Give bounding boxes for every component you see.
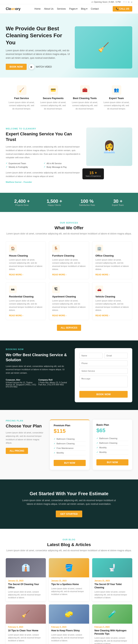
services-title: What We Offer — [6, 226, 132, 230]
office-cleaning-icon: 🏢 — [95, 244, 103, 252]
form-email-field — [105, 353, 128, 358]
feature-4-desc: Lorem ipsum dolor sit amet, consect adip… — [103, 101, 130, 110]
vehicle-cleaning-desc: Lorem ipsum dolor sit amet, consect adip… — [95, 299, 129, 312]
blog-label: Our Blog — [6, 538, 132, 541]
stat-satisfaction-label: Satisfaction Rate — [79, 204, 95, 206]
blog-content-1: January 21, 2023 The Secret Of Cleaning … — [6, 577, 46, 601]
stat-projects-number: 2,400 + — [14, 198, 30, 204]
feature-1-desc: Lorem ipsum dolor sit amet, consect adip… — [8, 101, 35, 110]
residential-cleaning-read-more[interactable]: READ MORE › — [9, 314, 23, 316]
stats-bar: 2,400 + Projects Done 1,500 + Happy Clie… — [0, 193, 138, 212]
blog-title-2: Tips for a Spotless Home — [51, 583, 87, 586]
about-label: Welcome To Cleanory — [6, 128, 81, 130]
feature-2-desc: Lorem ipsum dolor sit amet, consect adip… — [40, 101, 67, 110]
hero-text: We Provide Our Best Cleaning Services Fo… — [6, 25, 71, 70]
premium-buy-button[interactable]: BUY NOW — [54, 460, 86, 466]
blog-img-6: 🧪 — [92, 604, 132, 624]
nav-blog[interactable]: Blog ▾ — [81, 8, 87, 10]
navbar: Cleanory Home About Us Services Pages ▾ … — [0, 4, 138, 14]
blog-post-6[interactable]: 🧪 February 5, 2023 New Cleaning With Hyd… — [92, 604, 132, 644]
blog-section: Our Blog Latest Blog & Articles Lorem ip… — [0, 529, 138, 644]
feature-3-desc: Lorem ipsum dolor sit amet, consect adip… — [71, 101, 98, 110]
form-name-field — [79, 353, 103, 358]
blog-desc-2: Lorem ipsum dolor sit amet, consect adip… — [51, 587, 87, 596]
blog-post-1[interactable]: 👔 January 21, 2023 The Secret Of Cleanin… — [6, 558, 46, 601]
stats-bar-wrapper: 2,400 + Projects Done 1,500 + Happy Clie… — [0, 193, 138, 212]
book-now-form-button[interactable]: BOOK NOW — [79, 391, 128, 398]
blog-img-4: 🧹 — [6, 604, 46, 624]
message-input[interactable] — [79, 376, 128, 387]
social-fb[interactable]: f — [124, 1, 124, 3]
blog-post-5[interactable]: 🧽 February 5, 2023 How to Keep Floors Sh… — [49, 604, 89, 644]
about-author: Matthew Garner - Founder — [6, 181, 81, 183]
basic-plan-name: Basic Plan — [96, 424, 129, 426]
form-subject-field — [79, 368, 128, 374]
get-started-button[interactable]: GET STARTED — [56, 510, 82, 517]
booking-label: Booking Now — [6, 348, 69, 350]
services-grid: 🏠 House Cleaning Lorem ipsum dolor sit a… — [6, 241, 132, 320]
feature-2-title: Secure Payments — [40, 97, 67, 100]
blog-content-5: February 5, 2023 How to Keep Floors Shin… — [49, 624, 89, 644]
apartment-cleaning-desc: Lorem ipsum dolor sit amet, consect adip… — [52, 299, 86, 312]
contact-2: Company Roll 2 Parks Bay, Albany 23, 5 C… — [38, 379, 69, 388]
furniture-cleaning-title: Furniture Cleaning — [52, 254, 86, 257]
social-tw[interactable]: t — [126, 1, 126, 3]
social-pi[interactable]: p — [131, 1, 132, 3]
about-checks: ✓Experienced Team ✓All in All Service ✓W… — [6, 162, 81, 168]
about-section: Welcome To Cleanory Expert Cleaning Serv… — [0, 118, 138, 192]
nav-services[interactable]: Services — [57, 8, 66, 10]
nav-about[interactable]: About Us — [44, 8, 53, 10]
book-now-button[interactable]: BOOK NOW — [6, 64, 27, 70]
subject-input[interactable] — [79, 368, 128, 374]
basic-plan-price: $65 — [96, 428, 129, 434]
watch-video-button[interactable]: ▶ WATCH VIDEO — [29, 64, 52, 70]
form-row-message — [79, 376, 128, 388]
email-input[interactable] — [105, 353, 128, 358]
booking-section: Booking Now We Offer Best Cleaning Servi… — [0, 340, 138, 410]
nav-home[interactable]: Home — [34, 8, 41, 10]
residential-cleaning-title: Residential Cleaning — [9, 295, 43, 298]
blog-date-1: January 21, 2023 — [8, 580, 43, 582]
pricing-text: Pricing Plan Choose Your Plan Lorem ipsu… — [6, 420, 44, 454]
furniture-cleaning-read-more[interactable]: READ MORE › — [52, 274, 66, 276]
nav-contact[interactable]: Contact — [91, 8, 99, 10]
premium-feature-1: Bathroom Cleaning — [54, 437, 86, 442]
all-pricing-button[interactable]: ALL PRICING — [6, 448, 28, 454]
call-button[interactable]: 📞 CALL US — [113, 6, 132, 12]
office-cleaning-read-more[interactable]: READ MORE › — [95, 274, 110, 276]
name-input[interactable] — [79, 353, 103, 358]
blog-post-3[interactable]: 🚽 January 21, 2023 The Secret Of Your To… — [92, 558, 132, 601]
feature-4-title: Expert Team — [103, 97, 130, 100]
nav-links: Home About Us Services Pages ▾ Blog ▾ Co… — [34, 8, 99, 10]
basic-feature-3: Monthly — [96, 446, 129, 450]
phone-input[interactable] — [79, 360, 128, 366]
secure-payments-icon: 💳 — [48, 85, 58, 95]
pricing-plans: Premium Plan $115 Bathroom Cleaning Bath… — [50, 420, 132, 470]
form-row-subject — [79, 368, 128, 374]
social-in[interactable]: in — [128, 1, 130, 3]
nav-pages[interactable]: Pages ▾ — [69, 8, 77, 10]
about-description: Lorem ipsum dolor sit amet, consectetur … — [6, 145, 81, 159]
apartment-cleaning-read-more[interactable]: READ MORE › — [52, 314, 66, 316]
blog-title-1: The Secret Of Cleaning Your Office — [8, 583, 43, 589]
stat-satisfaction-number: 100 % — [79, 198, 95, 204]
blog-post-2[interactable]: 🪣 January 21, 2023 Tips for a Spotless H… — [49, 558, 89, 601]
contact-2-detail: 2 Parks Bay, Albany 23, 5 Central Park A… — [38, 382, 67, 386]
feature-3: 🧰 Best Cleaning Tools Lorem ipsum dolor … — [71, 85, 98, 110]
services-section: Our Services What We Offer Lorem ipsum d… — [0, 212, 138, 340]
vehicle-cleaning-title: Vehicle Cleaning — [95, 295, 129, 298]
service-apartment-cleaning: 🏗 Apartment Cleaning Lorem ipsum dolor s… — [49, 282, 89, 320]
services-description: Lorem ipsum dolor sit amet, consectetur … — [6, 232, 132, 236]
all-services-button[interactable]: ALL SERVICES — [57, 325, 81, 331]
blog-title-6: New Cleaning With Hydrogen Peroxide Tips — [95, 629, 130, 636]
blog-grid: 👔 January 21, 2023 The Secret Of Cleanin… — [6, 558, 132, 644]
house-cleaning-read-more[interactable]: READ MORE › — [9, 274, 23, 276]
blog-post-4[interactable]: 🧹 February 5, 2023 10 Tips to Clean Your… — [6, 604, 46, 644]
blog-content-6: February 5, 2023 New Cleaning With Hydro… — [92, 624, 132, 644]
check-3: ✓Weekly & Fortnightly — [6, 166, 43, 168]
about-title: Expert Cleaning Service You Can Trust — [6, 131, 81, 142]
stat-projects-label: Projects Done — [14, 204, 30, 206]
vehicle-cleaning-read-more[interactable]: READ MORE › — [95, 314, 110, 316]
logo: Cleanory — [6, 7, 20, 11]
basic-buy-button[interactable]: BUY NOW — [96, 459, 129, 466]
